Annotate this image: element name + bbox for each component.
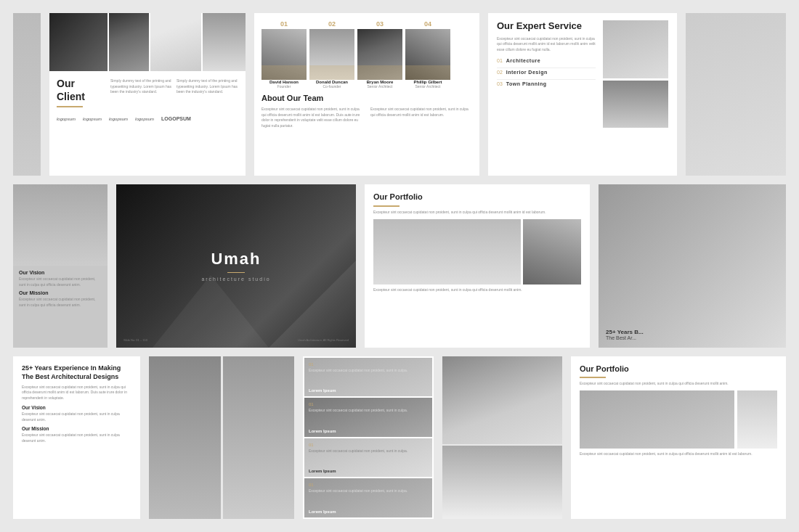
about-content: About Our Team Excepteur sint occaecat c… — [254, 93, 479, 134]
accent-line-client — [57, 106, 83, 107]
years-mission-label: Our Mission — [22, 426, 131, 431]
portfolio-heading: Our Portfolio — [373, 192, 581, 202]
portfolio2-heading: Our Portfolio — [580, 364, 777, 374]
slide-portrait-r3: 01 Lorem Ipsum Excepteur sint occaecat c… — [303, 356, 434, 519]
r3-img2-top — [442, 356, 562, 444]
slide-partial-left-r1 — [13, 13, 41, 176]
member-role-4: Senior Architect — [415, 84, 440, 89]
member-num-1: 01 — [280, 20, 288, 28]
expert-left-col: Our Expert Service Excepteur sint occaec… — [497, 20, 596, 128]
expert-img-top — [603, 20, 668, 78]
row-1: Our Client Simply dummy text of the prin… — [13, 13, 786, 176]
r3-img-1 — [149, 356, 221, 519]
client-img-3 — [150, 13, 201, 71]
member-num-3: 03 — [376, 20, 384, 28]
team-photo-1 — [261, 29, 307, 80]
slide-about-team: 01 David Hanson Founder 02 Donald Duncan… — [254, 13, 479, 176]
portrait-text-4: Excepteur sint occaecat cupidatat non pr… — [309, 488, 428, 494]
umah-title: Umah — [201, 250, 270, 269]
umah-footer-right: Umah Architecture, All Rights Reserved — [298, 338, 349, 342]
row-3: 25+ Years Experience In Making The Best … — [13, 356, 786, 519]
r2-mission-label: Our Mission — [19, 290, 102, 295]
client-logos-row: logopsum logopsum logopsum logopsum LOGO… — [57, 116, 238, 121]
logo-2: logopsum — [83, 117, 102, 121]
service-item-1: 01 Architecture — [497, 58, 596, 63]
portrait-item-4: 01 Lorem Ipsum Excepteur sint occaecat c… — [304, 478, 432, 517]
r2-vision-label: Our Vision — [19, 270, 102, 275]
r2-right-text: 25+ Years B... — [606, 329, 644, 335]
slide-umah: Umah architecture studio Slide No: 01 – … — [116, 184, 356, 347]
service-num-3: 03 — [497, 81, 503, 86]
slide-r3-images2 — [442, 356, 562, 519]
portrait-text-3: Excepteur sint occaecat cupidatat non pr… — [309, 449, 428, 454]
logo-3: logopsum — [109, 117, 128, 121]
portrait-item-2: 01 Lorem Ipsum Excepteur sint occaecat c… — [304, 398, 432, 437]
slide-expert-service: Our Expert Service Excepteur sint occaec… — [488, 13, 677, 176]
umah-accent-line — [227, 272, 245, 273]
about-team-heading: About Our Team — [261, 93, 472, 103]
client-img-2 — [109, 13, 149, 71]
umah-footer-left: Slide No: 01 – 110 — [123, 338, 147, 342]
portrait-label-4: Lorem Ipsum — [309, 510, 336, 514]
client-img-1 — [49, 13, 108, 71]
service-num-1: 01 — [497, 58, 503, 63]
row-2: Our Vision Excepteur sint occaecat cupid… — [13, 184, 786, 347]
years-vision-text: Excepteur sint occaecat cupidatat non pr… — [22, 412, 131, 422]
service-label-1: Architecture — [506, 58, 540, 63]
service-num-2: 02 — [497, 70, 503, 75]
portrait-label-2: Lorem Ipsum — [309, 429, 336, 433]
portfolio2-img-2 — [737, 390, 777, 449]
team-member-3: 03 Bryan Moore Senior Architect — [357, 20, 402, 89]
about-col2-text: Excepteur sint occaecat cupidatat non pr… — [370, 107, 472, 118]
member-role-1: Founder — [277, 84, 291, 89]
portrait-num-3: 01 — [309, 443, 428, 447]
expert-heading: Our Expert Service — [497, 20, 596, 33]
years-body: Excepteur sint occaecat cupidatat non pr… — [22, 385, 131, 401]
expert-right-col — [603, 20, 668, 128]
slide-r2-right: 25+ Years B... The Best Ar... — [599, 184, 786, 347]
team-photo-4 — [405, 29, 450, 80]
portrait-item-1: 01 Lorem Ipsum Excepteur sint occaecat c… — [304, 358, 432, 397]
service-item-2: 02 Interior Design — [497, 70, 596, 75]
r2-mission-text: Excepteur sint occaecat cupidatat non pr… — [19, 297, 102, 308]
member-num-4: 04 — [424, 20, 431, 28]
portrait-text-2: Excepteur sint occaecat cupidatat non pr… — [309, 408, 428, 414]
portfolio2-body2: Excepteur sint occaecat cupidatat non pr… — [580, 451, 777, 457]
slide-portfolio-r2: Our Portfolio Excepteur sint occaecat cu… — [365, 184, 590, 347]
member-num-2: 02 — [328, 20, 336, 28]
member-role-2: Co-founder — [323, 84, 341, 89]
years-heading: 25+ Years Experience In Making The Best … — [22, 364, 131, 382]
umah-footer: Slide No: 01 – 110 Umah Architecture, Al… — [123, 338, 349, 342]
portrait-label-1: Lorem Ipsum — [309, 388, 336, 393]
r3-img-2 — [223, 356, 295, 519]
portfolio-img-row — [373, 219, 581, 285]
portfolio2-img-1 — [580, 390, 734, 449]
team-member-2: 02 Donald Duncan Co-founder — [309, 20, 354, 89]
years-vision-label: Our Vision — [22, 405, 131, 410]
service-label-2: Interior Design — [506, 70, 548, 75]
portrait-text-1: Excepteur sint occaecat cupidatat non pr… — [309, 368, 428, 374]
accent-portfolio2 — [580, 377, 606, 378]
logo-5: LOGOPSUM — [161, 116, 191, 121]
client-col1-text: Simply dummy text of the printing and ty… — [110, 78, 172, 95]
our-client-title: Our Client — [57, 77, 105, 103]
slide-r2-left: Our Vision Excepteur sint occaecat cupid… — [13, 184, 108, 347]
portfolio2-imgs-row — [580, 390, 777, 449]
team-photo-3 — [357, 29, 402, 80]
portrait-label-3: Lorem Ipsum — [309, 469, 336, 473]
umah-subtitle: architecture studio — [201, 277, 270, 282]
expert-img-bottom — [603, 81, 668, 128]
service-item-3: 03 Town Planning — [497, 81, 596, 86]
slide-r3-images — [149, 356, 294, 519]
portrait-item-3: 01 Lorem Ipsum Excepteur sint occaecat c… — [304, 438, 432, 478]
r2-vision-text: Excepteur sint occaecat cupidatat non pr… — [19, 277, 102, 287]
team-member-1: 01 David Hanson Founder — [261, 20, 307, 89]
accent-portfolio — [373, 205, 400, 207]
slide-years-r3: 25+ Years Experience In Making The Best … — [13, 356, 140, 519]
portfolio-img-2 — [523, 219, 581, 285]
logo-1: logopsum — [57, 117, 76, 121]
r3-img2-bottom — [442, 446, 562, 519]
portfolio-body: Excepteur sint occaecat cupidatat non pr… — [373, 210, 581, 216]
service-label-3: Town Planning — [506, 81, 547, 86]
about-body-text: Excepteur sint occaecat cupidatat non pr… — [261, 107, 363, 128]
